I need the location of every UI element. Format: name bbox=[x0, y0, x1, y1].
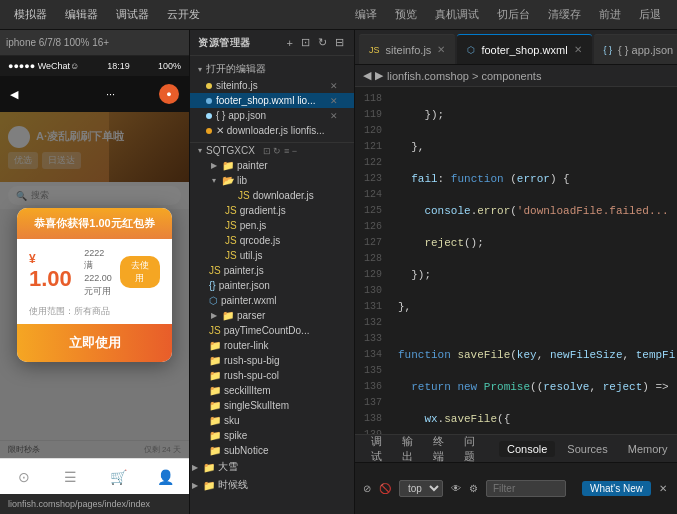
console-tab-problems[interactable]: 问题 bbox=[456, 432, 483, 466]
console-close-btn[interactable]: ✕ bbox=[659, 483, 667, 494]
code-line-126: function saveFile(key, newFileSize, temp… bbox=[398, 347, 669, 363]
whats-new-badge[interactable]: What's New bbox=[582, 481, 651, 496]
console-tab-debug[interactable]: 调试 bbox=[363, 432, 390, 466]
top-tab-bar: 编译 预览 真机调试 切后台 清缓存 前进 后退 bbox=[347, 4, 669, 25]
code-tab-footer[interactable]: ⬡ footer_shop.wxml ✕ bbox=[457, 34, 591, 64]
tab-siteinfo-close[interactable]: ✕ bbox=[437, 44, 445, 55]
tree-singleskulitem-folder[interactable]: 📁 singleSkulItem bbox=[190, 398, 354, 413]
toolbar-editor-btn[interactable]: 编辑器 bbox=[59, 5, 104, 24]
console-clear-icon[interactable]: 🚫 bbox=[379, 483, 391, 494]
tree-rushcol-folder[interactable]: 📁 rush-spu-col bbox=[190, 368, 354, 383]
tab-forward[interactable]: 前进 bbox=[591, 4, 629, 25]
code-tab-app-json[interactable]: { } { } app.json ✕ bbox=[594, 34, 677, 64]
tab-clear-cache[interactable]: 清缓存 bbox=[540, 4, 589, 25]
tree-sku-folder[interactable]: 📁 sku bbox=[190, 413, 354, 428]
tab-compile[interactable]: 编译 bbox=[347, 4, 385, 25]
tree-seckill-folder[interactable]: 📁 seckillItem bbox=[190, 383, 354, 398]
console-tab-console[interactable]: Console bbox=[499, 441, 555, 457]
tab-app-icon: { } bbox=[604, 45, 613, 55]
phone-category-icon[interactable]: ☰ bbox=[61, 467, 81, 487]
new-folder-btn[interactable]: ⊡ bbox=[299, 35, 312, 50]
tree-subnotice-folder[interactable]: 📁 subNotice bbox=[190, 443, 354, 458]
tab-device-debug[interactable]: 真机调试 bbox=[427, 4, 487, 25]
toolbar-simulator-btn[interactable]: 模拟器 bbox=[8, 5, 53, 24]
toolbar-cloud-btn[interactable]: 云开发 bbox=[161, 5, 206, 24]
tree-rushbig-label: rush-spu-big bbox=[224, 355, 280, 366]
open-file-downloader-label: ✕ downloader.js lionfis... bbox=[216, 125, 325, 136]
tree-painter-folder[interactable]: ▶ 📁 painter bbox=[190, 158, 354, 173]
phone-redpack-overlay[interactable]: 恭喜你获得1.00元红包券 ¥ 1.00 2222 满222.00元可用 bbox=[0, 112, 189, 458]
folder-icon: 📁 bbox=[222, 160, 234, 171]
line-numbers: 118 119 120 121 122 123 124 125 126 127 … bbox=[355, 87, 390, 434]
tree-painterjs-label: painter.js bbox=[224, 265, 264, 276]
open-editors-header[interactable]: ▾ 打开的编辑器 bbox=[190, 60, 354, 78]
new-file-btn[interactable]: + bbox=[285, 35, 295, 50]
tree-downloader-file[interactable]: JS downloader.js bbox=[190, 188, 354, 203]
code-line-120: fail: function (error) { bbox=[398, 171, 669, 187]
ln-136: 136 bbox=[355, 379, 382, 395]
tree-gradient-file[interactable]: JS gradient.js bbox=[190, 203, 354, 218]
console-tab-output[interactable]: 输出 bbox=[394, 432, 421, 466]
phone-cart-icon[interactable]: 🛒 bbox=[108, 467, 128, 487]
tree-daxue-folder[interactable]: ▶ 📁 大雪 bbox=[190, 458, 354, 476]
breadcrumb-bar: ◀ ▶ lionfish.comshop > components bbox=[355, 65, 677, 87]
tree-shihoux-folder[interactable]: ▶ 📁 时候线 bbox=[190, 476, 354, 494]
tab-background[interactable]: 切后台 bbox=[489, 4, 538, 25]
console-tab-terminal[interactable]: 终端 bbox=[425, 432, 452, 466]
tree-util-file[interactable]: JS util.js bbox=[190, 248, 354, 263]
nav-back-btn[interactable]: ◀ bbox=[363, 69, 371, 82]
console-context-select[interactable]: top bbox=[399, 480, 443, 497]
tree-sku-icon: 📁 bbox=[209, 415, 221, 426]
code-line-122: reject(); bbox=[398, 235, 669, 251]
refresh-btn[interactable]: ↻ bbox=[316, 35, 329, 50]
console-tab-sources[interactable]: Sources bbox=[559, 441, 615, 457]
tree-pen-file[interactable]: JS pen.js bbox=[190, 218, 354, 233]
project-header[interactable]: ▾ SQTGXCX ⊡ ↻ ≡ − bbox=[190, 143, 354, 158]
open-file-app-json-label: { } app.json bbox=[216, 110, 266, 121]
phone-back-icon[interactable]: ◀ bbox=[10, 88, 18, 101]
nav-forward-btn[interactable]: ▶ bbox=[375, 69, 383, 82]
code-line-123: }); bbox=[398, 267, 669, 283]
tree-painterjson-file[interactable]: {} painter.json bbox=[190, 278, 354, 293]
toolbar-debugger-btn[interactable]: 调试器 bbox=[110, 5, 155, 24]
tree-parser-folder[interactable]: ▶ 📁 parser bbox=[190, 308, 354, 323]
tab-footer-close[interactable]: ✕ bbox=[574, 44, 582, 55]
console-eye-icon[interactable]: 👁 bbox=[451, 483, 461, 494]
console-settings-icon[interactable]: ⚙ bbox=[469, 483, 478, 494]
phone-menu-icon[interactable]: ··· bbox=[106, 88, 115, 100]
close-siteinfo-btn[interactable]: ✕ bbox=[330, 81, 338, 91]
tree-spike-folder[interactable]: 📁 spike bbox=[190, 428, 354, 443]
console-filter-input[interactable] bbox=[486, 480, 566, 497]
close-footer-btn[interactable]: ✕ bbox=[330, 96, 338, 106]
tree-painterwxml-file[interactable]: ⬡ painter.wxml bbox=[190, 293, 354, 308]
code-line-124: }, bbox=[398, 299, 669, 315]
tab-backward[interactable]: 后退 bbox=[631, 4, 669, 25]
tab-preview[interactable]: 预览 bbox=[387, 4, 425, 25]
tree-routerlink-folder[interactable]: 📁 router-link bbox=[190, 338, 354, 353]
tree-pen-icon: JS bbox=[225, 220, 237, 231]
redpack-main-button[interactable]: 立即使用 bbox=[17, 324, 172, 362]
close-app-json-btn[interactable]: ✕ bbox=[330, 111, 338, 121]
phone-url-bar: lionfish.comshop/pages/index/index bbox=[0, 494, 189, 514]
phone-profile-icon[interactable]: 👤 bbox=[155, 467, 175, 487]
console-toolbar: ⊘ 🚫 top 👁 ⚙ What's New ✕ bbox=[363, 480, 667, 497]
tree-paycount-file[interactable]: JS payTimeCountDo... bbox=[190, 323, 354, 338]
tree-parser-arrow: ▶ bbox=[209, 311, 219, 320]
ln-121: 121 bbox=[355, 139, 382, 155]
code-tab-siteinfo[interactable]: JS siteinfo.js ✕ bbox=[359, 34, 455, 64]
collapse-btn[interactable]: ⊟ bbox=[333, 35, 346, 50]
phone-home-icon[interactable]: ⊙ bbox=[14, 467, 34, 487]
open-file-app-json[interactable]: { } app.json ✕ bbox=[190, 108, 354, 123]
open-file-downloader[interactable]: ✕ downloader.js lionfis... bbox=[190, 123, 354, 138]
tree-painterjs-file[interactable]: JS painter.js bbox=[190, 263, 354, 278]
tree-lib-folder[interactable]: ▾ 📂 lib bbox=[190, 173, 354, 188]
tree-rushbig-folder[interactable]: 📁 rush-spu-big bbox=[190, 353, 354, 368]
console-stop-icon[interactable]: ⊘ bbox=[363, 483, 371, 494]
project-name: SQTGXCX bbox=[206, 145, 255, 156]
tree-qrcode-file[interactable]: JS qrcode.js bbox=[190, 233, 354, 248]
code-editor-content[interactable]: }); }, fail: function (error) { console.… bbox=[390, 87, 677, 434]
open-file-footer[interactable]: footer_shop.wxml lio... ✕ bbox=[190, 93, 354, 108]
redpack-use-button[interactable]: 去使用 bbox=[120, 256, 160, 288]
open-file-siteinfo[interactable]: siteinfo.js ✕ bbox=[190, 78, 354, 93]
console-tab-memory[interactable]: Memory bbox=[620, 441, 676, 457]
